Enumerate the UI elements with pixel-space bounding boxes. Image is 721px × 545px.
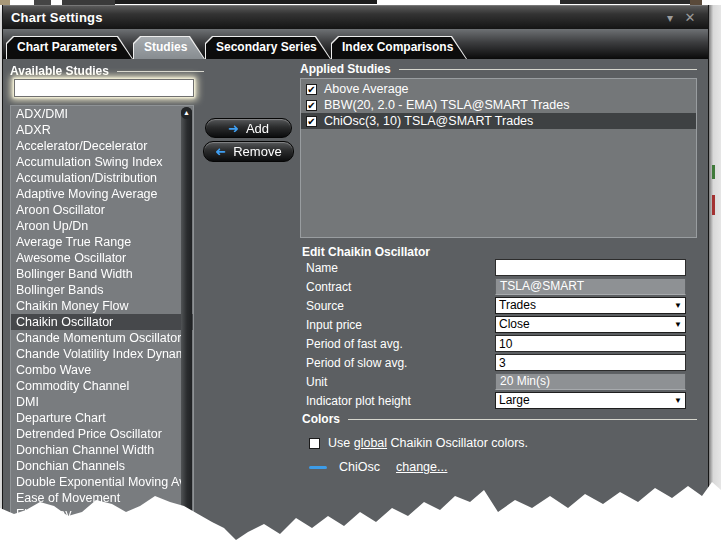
indicator-plot-height-select[interactable]: Large▼ xyxy=(495,392,686,409)
edit-section-title: Edit Chaikin Oscillator xyxy=(302,245,430,259)
available-study-item[interactable]: Aroon Up/Dn xyxy=(11,218,193,234)
applied-study-row[interactable]: ✔Above Average xyxy=(301,81,696,97)
screen-remnant xyxy=(115,0,377,4)
available-study-item[interactable]: ADX/DMI xyxy=(11,106,193,122)
colors-label: Colors xyxy=(302,412,340,426)
applied-studies-list[interactable]: ✔Above Average✔BBW(20, 2.0 - EMA) TSLA@S… xyxy=(300,78,697,238)
selected-option: Close xyxy=(499,317,530,331)
available-study-item[interactable]: Chande Momentum Oscillator xyxy=(11,330,193,346)
available-study-item[interactable]: Elder-Ray xyxy=(11,506,193,522)
applied-study-row[interactable]: ✔ChiOsc(3, 10) TSLA@SMART Trades xyxy=(301,113,696,129)
checkbox-icon[interactable]: ✔ xyxy=(306,100,317,111)
use-global-colors-label: Use global Chaikin Oscillator colors. xyxy=(328,436,528,450)
available-study-item[interactable]: Double Exponential Moving Avg xyxy=(11,474,193,490)
title-bar[interactable]: Chart Settings ▾ ✕ xyxy=(3,5,708,29)
close-icon[interactable]: ✕ xyxy=(680,10,700,25)
available-study-item[interactable]: Detrended Price Oscillator xyxy=(11,426,193,442)
available-study-item[interactable]: DMI xyxy=(11,394,193,410)
arrow-left-icon: ➜ xyxy=(215,145,226,158)
available-study-item[interactable]: Adaptive Moving Average xyxy=(11,186,193,202)
selected-option: Trades xyxy=(499,298,536,312)
form-row-name: Name xyxy=(302,259,692,278)
arrow-right-icon: ➜ xyxy=(228,122,239,135)
dropdown-arrow-icon: ▼ xyxy=(674,302,682,310)
screen-remnant xyxy=(34,0,51,5)
available-study-item[interactable]: Donchian Channel Width xyxy=(11,442,193,458)
chiosc-swatch-label: ChiOsc xyxy=(339,460,380,474)
field-label: Period of slow avg. xyxy=(306,356,407,370)
header-rule xyxy=(117,71,204,72)
use-global-prefix: Use xyxy=(328,436,354,450)
available-study-item[interactable]: Accumulation/Distribution xyxy=(11,170,193,186)
available-studies-list[interactable]: ▲ ADX/DMIADXRAccelerator/DeceleratorAccu… xyxy=(10,105,194,545)
available-study-item[interactable]: Commodity Channel xyxy=(11,378,193,394)
tab-index-comparisons[interactable]: Index Comparisons xyxy=(331,36,467,59)
checkbox-icon[interactable]: ✔ xyxy=(306,84,317,95)
available-study-item[interactable]: Chande Volatility Index Dynami xyxy=(11,346,193,362)
screen-remnant xyxy=(0,0,10,5)
minimize-icon[interactable]: ▾ xyxy=(660,11,680,25)
available-study-item[interactable]: Chaikin Money Flow xyxy=(11,298,193,314)
available-study-item[interactable]: Awesome Oscillator xyxy=(11,250,193,266)
screen-remnant xyxy=(560,0,690,4)
source-select[interactable]: Trades▼ xyxy=(495,297,686,314)
scroll-up-icon[interactable]: ▲ xyxy=(181,107,192,119)
tab-studies[interactable]: Studies xyxy=(133,36,205,59)
applied-study-label: ChiOsc(3, 10) TSLA@SMART Trades xyxy=(324,114,533,128)
period-of-fast-avg-field[interactable] xyxy=(495,335,686,352)
field-label: Indicator plot height xyxy=(306,394,411,408)
form-row-unit: Unit20 Min(s) xyxy=(302,373,692,392)
scrollbar[interactable]: ▲ xyxy=(181,107,192,544)
available-study-item[interactable]: Combo Wave xyxy=(11,362,193,378)
global-link[interactable]: global xyxy=(354,436,387,450)
studies-tab-content: Available Studies ▲ ADX/DMIADXRAccelerat… xyxy=(3,59,708,545)
chart-settings-dialog: Chart Settings ▾ ✕ Chart ParametersStudi… xyxy=(2,5,709,545)
remove-button[interactable]: ➜ Remove xyxy=(203,141,294,162)
form-row-contract: ContractTSLA@SMART xyxy=(302,278,692,297)
use-global-colors-checkbox[interactable] xyxy=(309,438,320,449)
available-study-item[interactable]: Ease of Movement xyxy=(11,490,193,506)
period-of-slow-avg-field[interactable] xyxy=(495,354,686,371)
tab-label: Studies xyxy=(133,36,205,58)
screen-edge-remnant xyxy=(709,5,721,545)
colors-header: Colors xyxy=(302,412,697,426)
available-studies-label: Available Studies xyxy=(10,64,109,78)
available-study-item[interactable]: Bollinger Bands xyxy=(11,282,193,298)
tab-label: Index Comparisons xyxy=(331,36,467,58)
available-study-item[interactable]: Departure Chart xyxy=(11,410,193,426)
screen-remnant xyxy=(690,0,702,5)
tab-label: Chart Parameters xyxy=(6,36,133,58)
chiosc-color-swatch xyxy=(309,466,327,469)
name-field[interactable] xyxy=(495,259,686,276)
change-color-link[interactable]: change... xyxy=(396,460,447,474)
use-global-colors-row: Use global Chaikin Oscillator colors. xyxy=(309,436,528,450)
field-label: Input price xyxy=(306,318,362,332)
screen-remnant xyxy=(62,0,115,5)
input-price-select[interactable]: Close▼ xyxy=(495,316,686,333)
available-study-item[interactable]: Donchian Channels xyxy=(11,458,193,474)
available-study-item[interactable]: Chaikin Oscillator xyxy=(11,314,193,330)
add-button[interactable]: ➜ Add xyxy=(205,118,292,138)
tab-secondary-series[interactable]: Secondary Series xyxy=(205,36,331,59)
remove-button-label: Remove xyxy=(233,144,281,159)
selected-option: Large xyxy=(499,393,530,407)
applied-study-row[interactable]: ✔BBW(20, 2.0 - EMA) TSLA@SMART Trades xyxy=(301,97,696,113)
form-row-input-price: Input priceClose▼ xyxy=(302,316,692,335)
torn-screenshot-region: Chart Settings ▾ ✕ Chart ParametersStudi… xyxy=(0,5,721,545)
available-study-item[interactable]: ADXR xyxy=(11,122,193,138)
form-row-period-of-slow-avg: Period of slow avg. xyxy=(302,354,692,373)
available-study-item[interactable]: Aroon Oscillator xyxy=(11,202,193,218)
available-study-item[interactable]: Bollinger Band Width xyxy=(11,266,193,282)
available-study-item[interactable]: Accelerator/Decelerator xyxy=(11,138,193,154)
available-study-item[interactable]: Accumulation Swing Index xyxy=(11,154,193,170)
tab-chart-parameters[interactable]: Chart Parameters xyxy=(6,36,133,59)
available-studies-header: Available Studies xyxy=(10,64,204,78)
screen-edge-remnant xyxy=(712,195,715,215)
form-row-period-of-fast-avg: Period of fast avg. xyxy=(302,335,692,354)
checkbox-icon[interactable]: ✔ xyxy=(306,116,317,127)
dropdown-arrow-icon: ▼ xyxy=(674,321,682,329)
header-rule xyxy=(399,69,697,70)
form-row-source: SourceTrades▼ xyxy=(302,297,692,316)
available-study-item[interactable]: Average True Range xyxy=(11,234,193,250)
study-search-input[interactable] xyxy=(14,79,194,97)
